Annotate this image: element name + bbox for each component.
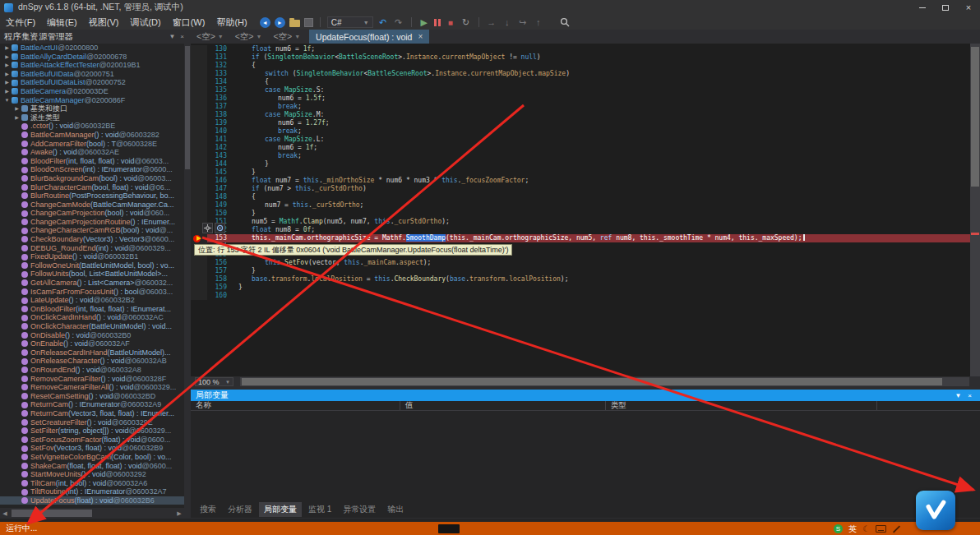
tool-tab-分析器[interactable]: 分析器: [223, 502, 257, 517]
menu-item[interactable]: 文件(F): [0, 15, 41, 30]
scroll-right-icon[interactable]: ▶: [174, 510, 184, 517]
tree-item[interactable]: SetVignetteColorBgCam(Color, bool) : vo.…: [0, 453, 184, 462]
tree-item[interactable]: TiltCam(int, bool) : void @060032A6: [0, 479, 184, 488]
pen-icon[interactable]: [893, 525, 900, 533]
code-line[interactable]: 150}: [191, 210, 970, 218]
menu-item[interactable]: 编辑(E): [41, 15, 83, 30]
tree-horizontal-scrollbar[interactable]: ◀ ▶: [0, 508, 184, 519]
break-all-icon[interactable]: [434, 17, 441, 28]
tree-item[interactable]: OnDisable() : void @060032B0: [0, 331, 184, 340]
language-combo[interactable]: C#▼: [327, 16, 373, 28]
tree-item[interactable]: ▼BattleCamManager @0200086F: [0, 96, 184, 105]
tree-item[interactable]: .cctor() : void @060032BE: [0, 122, 184, 131]
locals-grid[interactable]: [191, 411, 980, 501]
tree-item[interactable]: IsCamFarFromFocusUnit() : bool @06003...: [0, 288, 184, 297]
restart-icon[interactable]: ↻: [460, 17, 472, 28]
tab-close-icon[interactable]: ×: [418, 32, 423, 41]
code-line[interactable]: 140break;: [191, 127, 970, 136]
code-line[interactable]: 131if (SingletonBehavior<BattleSceneRoot…: [191, 53, 970, 62]
code-line[interactable]: 145}: [191, 168, 970, 177]
code-line[interactable]: 152float num8 = 0f;: [191, 226, 970, 234]
tree-item[interactable]: OnBloodFilter(int, float, float) : IEnum…: [0, 305, 184, 314]
code-line[interactable]: 143break;: [191, 152, 970, 160]
tree-item[interactable]: SetFocusZoomFactor(float) : void @0600..…: [0, 436, 184, 445]
tree-item[interactable]: ReturnCam(Vector3, float, float) : IEnum…: [0, 409, 184, 418]
open-file-icon[interactable]: [289, 20, 300, 27]
tree-item[interactable]: ChangeCamProjectionRoutine() : IEnumer..…: [0, 218, 184, 227]
tree-item[interactable]: FixedUpdate() : void @060032B1: [0, 252, 184, 261]
code-line[interactable]: 156this.SetFov(vector, this._mainCam.asp…: [191, 259, 970, 267]
ime-badge-icon[interactable]: S: [834, 524, 843, 533]
tree-item[interactable]: LateUpdate() : void @060032B2: [0, 296, 184, 305]
code-line[interactable]: 142num6 = 1f;: [191, 144, 970, 152]
restore-button[interactable]: [934, 0, 957, 15]
locals-column-header[interactable]: 值: [400, 401, 606, 410]
tree-item[interactable]: UpdateFocus(float) : void @060032B6: [0, 496, 184, 505]
code-line[interactable]: 160: [191, 292, 970, 300]
tool-tab-监视 1[interactable]: 监视 1: [303, 502, 336, 517]
tree-item[interactable]: ▶BattleAllyCardDetail @02000678: [0, 53, 184, 62]
menu-item[interactable]: 帮助(H): [210, 15, 252, 30]
tree-item[interactable]: BlurCharacterCam(bool, float) : void @06…: [0, 183, 184, 192]
tree-item[interactable]: ▶BattleBufUIData @02000751: [0, 70, 184, 79]
tree-item[interactable]: ChangeCamMode(BattleCamManager.Ca...: [0, 201, 184, 210]
moon-icon[interactable]: ☾: [862, 524, 870, 533]
code-line[interactable]: 132{: [191, 62, 970, 70]
code-line[interactable]: 133switch (SingletonBehavior<BattleScene…: [191, 70, 970, 78]
floating-assistant-logo[interactable]: [916, 491, 955, 530]
tree-item[interactable]: SetFilter(string, object[]) : void @0600…: [0, 427, 184, 436]
tree-item[interactable]: ▶BattleActUI @02000800: [0, 44, 184, 53]
code-line[interactable]: 148{: [191, 193, 970, 201]
code-line[interactable]: 158base.transform.localPosition = this.C…: [191, 275, 970, 284]
tree-item[interactable]: ▶BattleAttackEffectTester @020019B1: [0, 61, 184, 70]
tree-item[interactable]: SetFov(Vector3, float) : void @060032B9: [0, 444, 184, 453]
tree-item[interactable]: OnClickCharacter(BattleUnitModel) : void…: [0, 322, 184, 331]
locals-column-header[interactable]: 名称: [191, 401, 400, 410]
tree-item[interactable]: ChangeCharacterCamRGB(bool) : void @...: [0, 226, 184, 235]
code-line[interactable]: 151num5 = Mathf.Clamp(num5, num7, this._…: [191, 218, 970, 226]
breakpoint-settings-gear-icon[interactable]: [202, 223, 213, 233]
tree-item[interactable]: FollowOneUnit(BattleUnitModel, bool) : v…: [0, 261, 184, 270]
code-line[interactable]: 136num6 = 1.5f;: [191, 95, 970, 103]
code-line[interactable]: 141case MapSize.L:: [191, 136, 970, 144]
tree-item[interactable]: FollowUnits(bool, List<BattleUnitModel>.…: [0, 270, 184, 279]
show-next-statement-icon[interactable]: →: [486, 17, 497, 28]
tree-vertical-scrollbar[interactable]: [184, 44, 191, 519]
menu-item[interactable]: 视图(V): [83, 15, 125, 30]
menu-item[interactable]: 窗口(W): [167, 15, 211, 30]
panel-menu-icon[interactable]: ▼: [166, 33, 178, 40]
editor-vertical-scrollbar[interactable]: [970, 44, 980, 376]
code-line[interactable]: 149num7 = this._curStdOrtho;: [191, 201, 970, 210]
scroll-left-icon[interactable]: ◀: [0, 510, 10, 517]
stop-debugging-icon[interactable]: ■: [445, 17, 456, 28]
code-line[interactable]: 157}: [191, 267, 970, 275]
tree-item[interactable]: ▶基类和接口: [0, 104, 184, 113]
tree-item[interactable]: DEBUG_RoundEnd(int) : void @0600329...: [0, 244, 184, 253]
empty-tab[interactable]: <空>▼: [191, 30, 229, 44]
tree-item[interactable]: RemoveCameraFilterAll() : void @0600329.…: [0, 383, 184, 392]
step-out-icon[interactable]: ↑: [533, 17, 544, 28]
tree-item[interactable]: ResetCamSetting() : void @060032BD: [0, 392, 184, 401]
tree-item[interactable]: BloodOnScreen(int) : IEnumerator @0600..…: [0, 165, 184, 174]
tab-updatefocus[interactable]: UpdateFocus(float) : void ×: [309, 30, 429, 44]
nav-back-icon[interactable]: ◂: [260, 17, 270, 28]
code-line[interactable]: 144}: [191, 160, 970, 168]
tree-item[interactable]: TiltRoutine(int) : IEnumerator @060032A7: [0, 487, 184, 496]
tree-item[interactable]: OnReleaseCharacter() : void @060032AB: [0, 357, 184, 366]
code-line[interactable]: 135case MapSize.S:: [191, 86, 970, 95]
tree-item[interactable]: BlurBackgroundCam(bool) : void @06003...: [0, 174, 184, 183]
editor-horizontal-scrollbar[interactable]: [240, 377, 969, 386]
tool-tab-异常设置[interactable]: 异常设置: [338, 502, 381, 517]
tool-tab-搜索[interactable]: 搜索: [195, 502, 221, 517]
tree-item[interactable]: ReturnCam() : IEnumerator @060032A9: [0, 400, 184, 409]
tree-item[interactable]: SetCreatureFilter() : void @0600329E: [0, 418, 184, 427]
tree-item[interactable]: OnClickCardInHand() : void @060032AC: [0, 313, 184, 322]
code-line[interactable]: 153this._mainCam.orthographicSize = Math…: [191, 234, 970, 242]
code-editor[interactable]: 130float num6 = 1f;131if (SingletonBehav…: [191, 44, 970, 376]
code-line[interactable]: 134{: [191, 78, 970, 86]
code-line[interactable]: 159}: [191, 284, 970, 292]
search-icon[interactable]: [560, 17, 570, 27]
tree-item[interactable]: ▶BattleCamera @020003DE: [0, 87, 184, 96]
save-icon[interactable]: [304, 18, 313, 27]
tree-item[interactable]: BloodFilter(int, float, float) : void @0…: [0, 157, 184, 166]
